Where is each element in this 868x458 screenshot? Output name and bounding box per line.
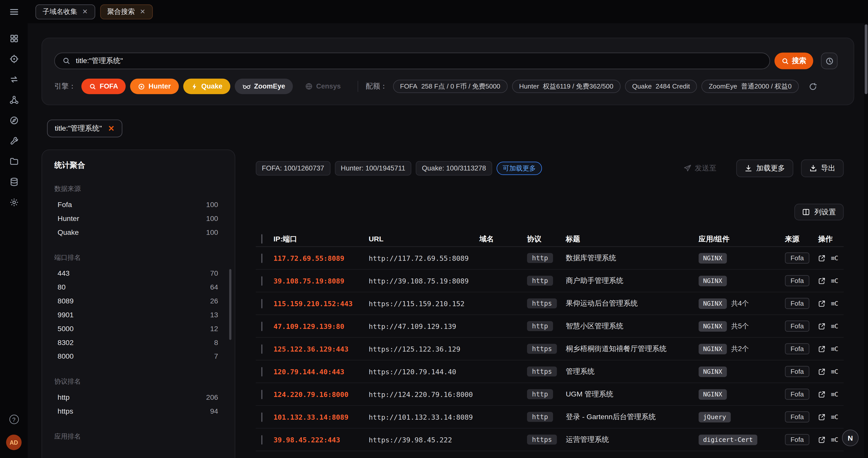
- tab-close-icon[interactable]: ✕: [82, 8, 88, 15]
- chip-close-icon[interactable]: ✕: [108, 124, 115, 133]
- engine-fofa-button[interactable]: FOFA: [82, 79, 126, 94]
- table-row[interactable]: 120.79.144.40:443 https://120.79.144.40 …: [256, 360, 843, 383]
- stats-row[interactable]: 443 70: [54, 266, 222, 280]
- tab-subdomain-collect[interactable]: 子域名收集 ✕: [35, 4, 95, 19]
- ip-port-link[interactable]: 101.132.33.14:8089: [273, 413, 369, 421]
- menu-icon[interactable]: [0, 7, 28, 16]
- detail-menu-icon[interactable]: ≡C: [831, 254, 838, 262]
- ip-port-link[interactable]: 115.159.210.152:443: [273, 299, 369, 308]
- engine-quake-button[interactable]: Quake: [183, 79, 230, 94]
- row-checkbox[interactable]: [261, 412, 262, 421]
- engine-hunter-button[interactable]: Hunter: [130, 79, 179, 94]
- engine-zoomeye-button[interactable]: ZoomEye: [235, 79, 293, 94]
- help-icon[interactable]: ?: [9, 415, 19, 424]
- external-link-icon[interactable]: [818, 254, 826, 262]
- table-row[interactable]: 125.122.36.129:443 https://125.122.36.12…: [256, 338, 843, 360]
- url-link[interactable]: https://125.122.36.129: [369, 345, 479, 353]
- tab-close-icon[interactable]: ✕: [140, 8, 145, 15]
- table-row[interactable]: 117.72.69.55:8089 http://117.72.69.55:80…: [256, 247, 843, 270]
- detail-menu-icon[interactable]: ≡C: [831, 436, 838, 444]
- external-link-icon[interactable]: [818, 436, 826, 444]
- table-row[interactable]: 39.108.75.19:8089 http://39.108.75.19:80…: [256, 270, 843, 292]
- row-checkbox[interactable]: [261, 321, 262, 331]
- export-button[interactable]: 导出: [801, 159, 843, 177]
- external-link-icon[interactable]: [818, 300, 826, 307]
- avatar[interactable]: AD: [6, 434, 22, 450]
- ip-port-link[interactable]: 124.220.79.16:8000: [273, 390, 369, 398]
- external-link-icon[interactable]: [818, 345, 826, 353]
- detail-menu-icon[interactable]: ≡C: [831, 413, 838, 421]
- url-link[interactable]: http://47.109.129.139: [369, 322, 479, 330]
- load-more-badge[interactable]: 可加载更多: [497, 162, 542, 175]
- dashboard-icon[interactable]: [9, 33, 19, 43]
- stats-row[interactable]: Hunter 100: [54, 212, 222, 225]
- stats-row[interactable]: Quake 100: [54, 225, 222, 239]
- url-link[interactable]: http://39.108.75.19:8089: [369, 277, 479, 285]
- table-row[interactable]: 124.220.79.16:8000 http://124.220.79.16:…: [256, 383, 843, 406]
- engine-censys-button[interactable]: Censys: [297, 79, 348, 94]
- url-link[interactable]: https://115.159.210.152: [369, 299, 479, 308]
- detail-menu-icon[interactable]: ≡C: [831, 390, 838, 398]
- detail-menu-icon[interactable]: ≡C: [831, 300, 838, 307]
- search-button[interactable]: 搜索: [774, 53, 813, 69]
- stats-row[interactable]: 5000 12: [54, 322, 222, 335]
- url-link[interactable]: http://117.72.69.55:8089: [369, 254, 479, 262]
- url-link[interactable]: http://101.132.33.14:8089: [369, 413, 479, 421]
- stats-row[interactable]: 80 64: [54, 280, 222, 294]
- compass-icon[interactable]: [9, 115, 19, 125]
- stats-row[interactable]: Fofa 100: [54, 198, 222, 212]
- table-row[interactable]: 115.159.210.152:443 https://115.159.210.…: [256, 292, 843, 315]
- database-icon[interactable]: [9, 177, 19, 187]
- url-link[interactable]: https://39.98.45.222: [369, 435, 479, 444]
- table-row[interactable]: 101.132.33.14:8089 http://101.132.33.14:…: [256, 406, 843, 428]
- tab-aggregate-search[interactable]: 聚合搜索 ✕: [100, 4, 153, 19]
- row-checkbox[interactable]: [261, 367, 262, 376]
- page-scrollbar[interactable]: [864, 23, 868, 458]
- row-checkbox[interactable]: [261, 299, 262, 308]
- cluster-icon[interactable]: [9, 95, 19, 105]
- row-checkbox[interactable]: [261, 435, 262, 444]
- external-link-icon[interactable]: [818, 391, 826, 398]
- column-settings-button[interactable]: 列设置: [794, 204, 843, 220]
- settings-icon[interactable]: [9, 197, 19, 207]
- detail-menu-icon[interactable]: ≡C: [831, 277, 838, 285]
- history-button[interactable]: [821, 53, 837, 69]
- detail-menu-icon[interactable]: ≡C: [831, 345, 838, 353]
- external-link-icon[interactable]: [818, 323, 826, 330]
- target-icon[interactable]: [9, 54, 19, 64]
- stats-row[interactable]: 8302 8: [54, 335, 222, 349]
- table-row[interactable]: 47.109.129.139:80 http://47.109.129.139 …: [256, 315, 843, 338]
- row-checkbox[interactable]: [261, 389, 262, 399]
- notification-float-button[interactable]: N: [842, 429, 859, 446]
- ip-port-link[interactable]: 120.79.144.40:443: [273, 367, 369, 376]
- stats-row[interactable]: 8000 7: [54, 349, 222, 363]
- ip-port-link[interactable]: 125.122.36.129:443: [273, 345, 369, 353]
- row-checkbox[interactable]: [261, 253, 262, 263]
- detail-menu-icon[interactable]: ≡C: [831, 322, 838, 330]
- ip-port-link[interactable]: 39.108.75.19:8089: [273, 277, 369, 285]
- url-link[interactable]: http://124.220.79.16:8000: [369, 390, 479, 398]
- page-scrollbar-thumb[interactable]: [865, 25, 868, 94]
- stats-row[interactable]: 8089 26: [54, 294, 222, 308]
- stats-row[interactable]: https 94: [54, 404, 222, 418]
- external-link-icon[interactable]: [818, 414, 826, 421]
- load-more-button[interactable]: 加载更多: [736, 159, 793, 177]
- row-checkbox[interactable]: [261, 276, 262, 285]
- select-all-checkbox[interactable]: [261, 234, 262, 244]
- refresh-icon[interactable]: [809, 82, 817, 91]
- table-row[interactable]: 39.98.45.222:443 https://39.98.45.222 ht…: [256, 428, 843, 451]
- detail-menu-icon[interactable]: ≡C: [831, 368, 838, 375]
- folder-icon[interactable]: [9, 156, 19, 166]
- row-checkbox[interactable]: [261, 344, 262, 353]
- external-link-icon[interactable]: [818, 277, 826, 284]
- sync-icon[interactable]: [9, 74, 19, 84]
- stats-scrollbar[interactable]: [229, 269, 231, 340]
- search-input[interactable]: title:"管理系统": [54, 53, 770, 69]
- stats-row[interactable]: 9901 13: [54, 308, 222, 322]
- send-to-button[interactable]: 发送至: [684, 163, 716, 174]
- ip-port-link[interactable]: 39.98.45.222:443: [273, 435, 369, 444]
- tools-icon[interactable]: [9, 136, 19, 146]
- url-link[interactable]: https://120.79.144.40: [369, 367, 479, 376]
- external-link-icon[interactable]: [818, 368, 826, 375]
- ip-port-link[interactable]: 117.72.69.55:8089: [273, 254, 369, 262]
